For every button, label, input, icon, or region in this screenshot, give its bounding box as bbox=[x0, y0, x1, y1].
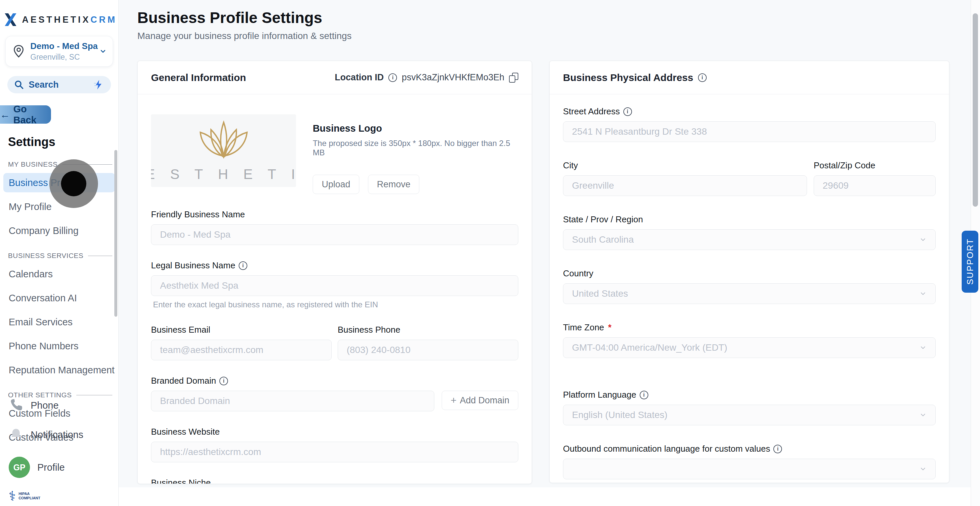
go-back-button[interactable]: ← Go Back bbox=[0, 105, 51, 124]
logo-buttons: Upload Remove bbox=[313, 175, 518, 194]
page-footer-strip bbox=[119, 487, 970, 506]
postal-input[interactable] bbox=[814, 175, 935, 196]
search-placeholder: Search bbox=[29, 80, 88, 90]
info-icon[interactable]: i bbox=[698, 73, 707, 82]
friendly-name-input[interactable] bbox=[151, 224, 518, 245]
general-information-card: General Information Location ID i psvK3a… bbox=[137, 60, 532, 484]
back-arrow-icon: ← bbox=[0, 109, 10, 120]
business-logo-section: A E S T H E T I X Business Logo The prop… bbox=[151, 115, 518, 194]
state-group: State / Prov / Region South Carolina bbox=[563, 214, 935, 250]
nav-section-business-services: BUSINESS SERVICES bbox=[0, 251, 118, 260]
info-icon[interactable]: i bbox=[773, 445, 782, 453]
friendly-name-group: Friendly Business Name bbox=[151, 209, 518, 245]
city-group: City bbox=[563, 160, 807, 196]
business-website-group: Business Website bbox=[151, 426, 518, 462]
settings-title: Settings bbox=[8, 135, 118, 149]
info-icon[interactable]: i bbox=[623, 107, 632, 116]
business-phone-input[interactable] bbox=[338, 340, 518, 360]
general-information-title: General Information bbox=[151, 72, 246, 83]
add-domain-button[interactable]: + Add Domain bbox=[442, 391, 518, 410]
search-input[interactable]: Search bbox=[7, 76, 111, 93]
plus-icon: + bbox=[451, 395, 457, 406]
sidebar-item-conversation-ai[interactable]: Conversation AI bbox=[3, 288, 115, 308]
brand-wordmark: AESTHETIXCRM bbox=[22, 15, 117, 25]
info-icon[interactable]: i bbox=[239, 261, 247, 270]
location-id-row: Location ID i psvK3aZjnkVHKfEMo3Eh bbox=[335, 72, 518, 83]
postal-label: Postal/Zip Code bbox=[814, 160, 935, 171]
info-icon[interactable]: i bbox=[388, 73, 397, 82]
platform-language-group: Platform Language i English (United Stat… bbox=[563, 390, 935, 425]
lightning-icon bbox=[93, 79, 104, 90]
business-phone-group: Business Phone bbox=[338, 325, 518, 360]
upload-button[interactable]: Upload bbox=[313, 175, 360, 194]
street-address-label: Street Address i bbox=[563, 106, 935, 117]
country-select[interactable]: United States bbox=[563, 283, 935, 304]
branded-domain-label: Branded Domain i bbox=[151, 376, 518, 386]
business-website-label: Business Website bbox=[151, 426, 518, 437]
outbound-language-label: Outbound communication language for cust… bbox=[563, 444, 935, 454]
logo-wordmark: A E S T H E T I X bbox=[151, 166, 296, 182]
location-name: Demo - Med Spa bbox=[30, 41, 95, 51]
branded-domain-row: + Add Domain bbox=[151, 391, 518, 411]
legal-name-input[interactable] bbox=[151, 275, 518, 296]
sidebar-item-company-billing[interactable]: Company Billing bbox=[3, 221, 115, 240]
business-logo-meta: Business Logo The proposed size is 350px… bbox=[313, 115, 518, 194]
physical-address-body: Street Address i City Postal/Zip Code bbox=[550, 94, 949, 483]
chevron-down-icon bbox=[920, 236, 927, 243]
sidebar-scrollbar-thumb[interactable] bbox=[115, 150, 117, 317]
outbound-language-group: Outbound communication language for cust… bbox=[563, 444, 935, 479]
location-id-value: psvK3aZjnkVHKfEMo3Eh bbox=[402, 72, 504, 83]
profile-menu-item[interactable]: GP Profile bbox=[9, 457, 110, 478]
info-icon[interactable]: i bbox=[640, 391, 648, 399]
street-address-input[interactable] bbox=[563, 121, 935, 142]
sidebar-item-reputation-management[interactable]: Reputation Management bbox=[3, 360, 115, 380]
info-icon[interactable]: i bbox=[220, 377, 228, 385]
chevron-down-icon bbox=[920, 465, 927, 473]
location-text: Demo - Med Spa Greenville, SC bbox=[30, 41, 95, 62]
required-asterisk: * bbox=[608, 322, 611, 333]
timezone-label: Time Zone * bbox=[563, 322, 935, 333]
physical-address-header: Business Physical Address i bbox=[550, 61, 949, 94]
app-logo: AESTHETIXCRM bbox=[0, 0, 118, 27]
business-email-input[interactable] bbox=[151, 340, 332, 360]
business-logo-image: A E S T H E T I X bbox=[151, 115, 296, 187]
support-tab[interactable]: SUPPORT bbox=[962, 231, 978, 293]
state-select[interactable]: South Carolina bbox=[563, 229, 935, 250]
page-scrollbar-thumb[interactable] bbox=[973, 13, 978, 207]
city-label: City bbox=[563, 160, 807, 171]
location-city: Greenville, SC bbox=[30, 53, 95, 62]
cards-row: General Information Location ID i psvK3a… bbox=[119, 41, 980, 484]
notifications-menu-item[interactable]: Notifications bbox=[9, 427, 110, 442]
sidebar-item-calendars[interactable]: Calendars bbox=[3, 264, 115, 284]
chevron-down-icon bbox=[99, 48, 107, 55]
business-logo-label: Business Logo bbox=[313, 123, 518, 134]
sidebar-item-email-services[interactable]: Email Services bbox=[3, 312, 115, 332]
copy-icon[interactable] bbox=[509, 73, 518, 83]
business-email-label: Business Email bbox=[151, 325, 332, 335]
business-phone-label: Business Phone bbox=[338, 325, 518, 335]
outbound-language-select[interactable] bbox=[563, 459, 935, 479]
platform-language-select[interactable]: English (United States) bbox=[563, 405, 935, 425]
location-switcher[interactable]: Demo - Med Spa Greenville, SC bbox=[5, 36, 113, 67]
remove-button[interactable]: Remove bbox=[368, 175, 420, 194]
city-input[interactable] bbox=[563, 175, 807, 196]
physical-address-title: Business Physical Address i bbox=[563, 72, 707, 83]
search-icon bbox=[14, 80, 24, 90]
sidebar-item-my-profile[interactable]: My Profile bbox=[3, 197, 115, 216]
timezone-select[interactable]: GMT-04:00 America/New_York (EDT) bbox=[563, 337, 935, 358]
sidebar-item-phone-numbers[interactable]: Phone Numbers bbox=[3, 336, 115, 356]
business-niche-group: Business Niche Medical Spa bbox=[151, 478, 518, 484]
city-postal-row: City Postal/Zip Code bbox=[563, 160, 935, 196]
branded-domain-input[interactable] bbox=[151, 391, 434, 411]
street-address-group: Street Address i bbox=[563, 106, 935, 142]
business-website-input[interactable] bbox=[151, 442, 518, 462]
sidebar-item-business-profile[interactable]: Business Profile bbox=[3, 173, 115, 193]
business-logo-hint: The proposed size is 350px * 180px. No b… bbox=[313, 138, 518, 158]
business-email-group: Business Email bbox=[151, 325, 332, 360]
phone-icon bbox=[9, 398, 23, 413]
phone-menu-item[interactable]: Phone bbox=[9, 398, 110, 413]
sidebar-footer: Phone Notifications GP Profile ⚕ HIPAA C… bbox=[0, 383, 118, 503]
country-label: Country bbox=[563, 268, 935, 278]
hipaa-badge: ⚕ HIPAA COMPLIANT bbox=[9, 489, 110, 503]
legal-name-helper: Enter the exact legal business name, as … bbox=[151, 300, 518, 309]
